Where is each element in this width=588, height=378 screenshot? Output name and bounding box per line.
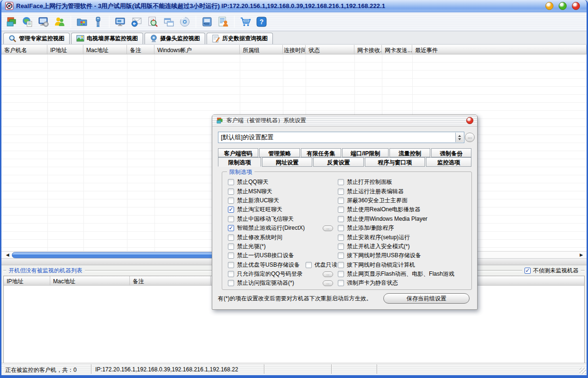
drive-list-button[interactable]: ... xyxy=(323,280,333,286)
camera-icon xyxy=(150,35,158,43)
tab-camera-view[interactable]: 摄像头监控视图 xyxy=(145,33,205,44)
tab-history-query-view[interactable]: 历史数据查询视图 xyxy=(207,33,273,44)
option-checkbox[interactable] xyxy=(338,280,344,286)
option-checkbox[interactable] xyxy=(228,198,234,204)
tab-traffic-control[interactable]: 流量控制 xyxy=(389,148,430,157)
option-checkbox[interactable] xyxy=(338,179,344,185)
dialog-close-button[interactable] xyxy=(466,117,473,124)
help-button[interactable]: ? xyxy=(254,14,269,29)
tab-url-settings[interactable]: 网址设置 xyxy=(262,157,312,167)
column-gridline xyxy=(127,54,127,251)
window-clone-icon xyxy=(163,16,174,27)
save-group-settings-button[interactable]: 保存当前组设置 xyxy=(383,293,470,304)
qq-allow-list-button[interactable]: ... xyxy=(323,271,333,277)
browse-groups-button[interactable]: ... xyxy=(465,133,475,142)
usb-readonly-checkbox[interactable] xyxy=(306,262,312,268)
option-checkbox[interactable] xyxy=(228,216,234,222)
remote-config-button[interactable] xyxy=(36,14,51,29)
windows-manager-button[interactable] xyxy=(4,14,18,29)
tab-restrict-options[interactable]: 限制选项 xyxy=(218,157,261,167)
option-checkbox[interactable] xyxy=(228,189,234,195)
tab-manage-policy[interactable]: 管理策略 xyxy=(259,148,299,157)
web-settings-button[interactable] xyxy=(20,14,35,29)
toolbar-separator xyxy=(71,16,71,28)
message-send-button[interactable] xyxy=(129,14,144,29)
option-checkbox[interactable] xyxy=(338,225,344,231)
resize-grip[interactable] xyxy=(579,368,586,374)
tab-expert-monitor-view[interactable]: 管理专家监控视图 xyxy=(3,33,70,44)
tab-program-window[interactable]: 程序与窗口项 xyxy=(365,157,425,167)
applications-button[interactable] xyxy=(75,14,89,29)
cd-record-button[interactable] xyxy=(178,14,192,29)
option-row: 禁止使用RealOne电影播放器 xyxy=(338,205,470,214)
screen-monitor-button[interactable] xyxy=(113,14,127,29)
column-header[interactable]: 备注 xyxy=(130,276,211,285)
tab-tv-wall-view[interactable]: 电视墙屏幕监控视图 xyxy=(71,33,143,44)
option-checkbox[interactable] xyxy=(338,207,344,213)
tab-forced-backup[interactable]: 强制备份 xyxy=(431,148,471,157)
user-report-button[interactable] xyxy=(216,14,230,29)
toolbar-separator xyxy=(234,16,235,28)
tab-port-ip-limit[interactable]: 端口/IP限制 xyxy=(342,148,389,157)
spin-down-icon[interactable] xyxy=(458,138,461,142)
ignore-unmonitored-checkbox[interactable] xyxy=(525,268,531,274)
column-header[interactable]: Windows帐户 xyxy=(154,45,240,54)
tab-limited-tasks[interactable]: 有限任务集 xyxy=(301,148,341,157)
option-checkbox[interactable] xyxy=(228,207,234,213)
option-checkbox[interactable] xyxy=(228,243,234,250)
column-header[interactable]: 状态 xyxy=(306,45,354,54)
column-header[interactable]: 最近事件 xyxy=(412,45,587,54)
column-header[interactable]: 网卡发送... xyxy=(382,45,412,54)
directx-games-more-button[interactable]: ... xyxy=(323,225,333,231)
option-checkbox[interactable] xyxy=(338,189,344,195)
option-checkbox[interactable] xyxy=(228,225,234,231)
dialog-title-bar[interactable]: 客户端（被管理机器）系统设置 xyxy=(212,115,477,126)
users-button[interactable] xyxy=(53,14,67,29)
option-checkbox[interactable] xyxy=(228,271,234,277)
purchase-cart-button[interactable] xyxy=(238,14,253,29)
option-checkbox[interactable] xyxy=(228,262,234,268)
option-checkbox[interactable] xyxy=(228,234,234,241)
spin-up-icon[interactable] xyxy=(458,134,461,137)
usb-lock-button[interactable] xyxy=(91,14,105,29)
scroll-right-arrow-icon[interactable]: ▶ xyxy=(578,252,585,258)
minimize-button[interactable] xyxy=(545,2,553,10)
column-header[interactable]: 连接时间 xyxy=(283,45,306,54)
column-gridline xyxy=(83,54,84,251)
option-checkbox[interactable] xyxy=(338,262,344,268)
log-book-button[interactable] xyxy=(200,14,214,29)
web-settings-icon xyxy=(22,16,33,27)
purchase-cart-icon xyxy=(240,16,251,27)
option-checkbox[interactable] xyxy=(228,252,234,259)
option-checkbox[interactable] xyxy=(338,243,344,250)
column-header[interactable]: IP地址 xyxy=(4,276,50,285)
option-checkbox[interactable] xyxy=(228,280,234,286)
column-header[interactable]: Mac地址 xyxy=(83,45,127,54)
option-checkbox[interactable] xyxy=(338,216,344,222)
column-header[interactable]: 网卡接收... xyxy=(354,45,382,54)
tab-anti-porn[interactable]: 反黄设置 xyxy=(313,157,363,167)
scroll-left-arrow-icon[interactable]: ◀ xyxy=(4,252,11,258)
cd-record-icon xyxy=(179,16,190,27)
option-row: 禁止添加/删除程序 xyxy=(338,224,470,233)
option-checkbox[interactable] xyxy=(338,198,344,204)
restrict-options-group: 限制选项 禁止QQ聊天 禁止MSN聊天 禁止新浪UC聊天 禁止淘宝旺旺聊天 禁止… xyxy=(222,171,472,290)
group-config-combobox[interactable]: [默认组]的设置配置 xyxy=(218,132,464,143)
column-header[interactable]: 客户机名 xyxy=(1,45,47,54)
column-header[interactable]: 所属组 xyxy=(240,45,283,54)
column-header[interactable]: Mac地址 xyxy=(50,276,130,285)
option-checkbox[interactable] xyxy=(338,234,344,241)
option-checkbox[interactable] xyxy=(228,179,234,185)
combo-spinner[interactable] xyxy=(455,133,463,142)
close-button[interactable] xyxy=(572,2,580,10)
window-clone-button[interactable] xyxy=(162,14,176,29)
tab-client-password[interactable]: 客户端密码 xyxy=(218,148,258,157)
column-header[interactable]: 备注 xyxy=(127,45,154,54)
file-search-button[interactable] xyxy=(145,14,160,29)
option-checkbox[interactable] xyxy=(338,252,344,259)
window-title-bar[interactable]: RealFace上网行为管理软件 - 3用户试用版(试用版不能连续超过3小时运行… xyxy=(1,0,587,12)
tab-monitor-options[interactable]: 监控选项 xyxy=(426,157,471,167)
option-checkbox[interactable] xyxy=(338,271,344,277)
column-header[interactable]: IP地址 xyxy=(47,45,83,54)
maximize-button[interactable] xyxy=(559,2,567,10)
